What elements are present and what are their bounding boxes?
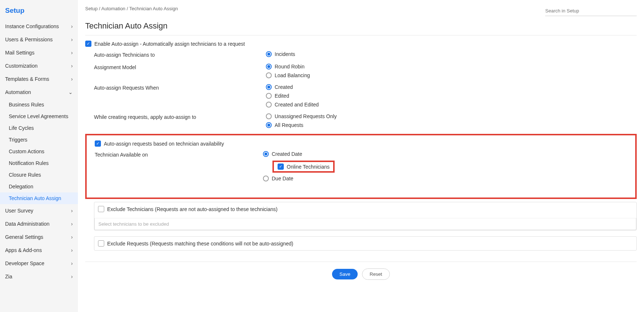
- radio-created-date[interactable]: [263, 151, 269, 157]
- chevron-right-icon: ›: [71, 234, 73, 240]
- radio-created[interactable]: [266, 84, 272, 90]
- opt-label: Unassigned Requests Only: [275, 113, 337, 119]
- exclude-technicians-box: Exclude Technicians (Requests are not au…: [94, 202, 637, 230]
- sidebar-title: Setup: [0, 0, 78, 20]
- enable-auto-assign-label: Enable Auto-assign - Automatically assig…: [94, 41, 245, 47]
- radio-unassigned-only[interactable]: [266, 113, 272, 119]
- nav-general-settings[interactable]: General Settings›: [0, 230, 78, 244]
- nav-instance-configurations[interactable]: Instance Configurations›: [0, 20, 78, 33]
- opt-label: Load Balancing: [275, 72, 310, 78]
- chevron-right-icon: ›: [71, 23, 73, 29]
- scope-label: While creating requests, apply auto-assi…: [94, 113, 266, 128]
- nav-label: Templates & Forms: [5, 76, 49, 82]
- chevron-right-icon: ›: [71, 260, 73, 266]
- nav-mail-settings[interactable]: Mail Settings›: [0, 46, 78, 59]
- opt-label: Created Date: [272, 151, 302, 157]
- exclude-technicians-input[interactable]: Select technicians to be excluded: [94, 218, 636, 230]
- radio-load-balancing[interactable]: [266, 72, 272, 78]
- opt-label: Round Robin: [275, 64, 305, 69]
- radio-round-robin[interactable]: [266, 64, 272, 69]
- nav-label: Users & Permissions: [5, 37, 53, 42]
- nav-label: Developer Space: [5, 260, 44, 266]
- subnav-closure-rules[interactable]: Closure Rules: [0, 169, 78, 181]
- highlight-online-technicians: ✓ Online Technicians: [272, 161, 335, 173]
- opt-label: Incidents: [275, 51, 295, 57]
- nav-templates-forms[interactable]: Templates & Forms›: [0, 72, 78, 86]
- enable-auto-assign-checkbox[interactable]: ✓: [85, 41, 91, 47]
- opt-label: Edited: [275, 93, 289, 99]
- nav-customization[interactable]: Customization›: [0, 59, 78, 72]
- nav-label: General Settings: [5, 234, 43, 240]
- nav-label: Instance Configurations: [5, 23, 59, 29]
- page-title: Technician Auto Assign: [85, 21, 637, 31]
- nav-label: Customization: [5, 63, 38, 69]
- chevron-right-icon: ›: [71, 50, 73, 56]
- availability-label: Auto-assign requests based on technician…: [104, 141, 224, 147]
- when-label: Auto-assign Requests When: [94, 84, 266, 108]
- opt-label: Created: [275, 84, 293, 90]
- subnav-delegation[interactable]: Delegation: [0, 181, 78, 192]
- subnav-notification-rules[interactable]: Notification Rules: [0, 157, 78, 169]
- nav-users-permissions[interactable]: Users & Permissions›: [0, 33, 78, 46]
- chevron-right-icon: ›: [71, 247, 73, 253]
- save-button[interactable]: Save: [332, 269, 358, 279]
- nav-label: Mail Settings: [5, 50, 34, 56]
- opt-label: Created and Edited: [275, 102, 319, 108]
- exclude-requests-label: Exclude Requests (Requests matching thes…: [107, 241, 293, 247]
- subnav-life-cycles[interactable]: Life Cycles: [0, 122, 78, 134]
- chevron-right-icon: ›: [71, 274, 73, 279]
- footer: Save Reset: [85, 262, 637, 287]
- chevron-right-icon: ›: [71, 63, 73, 69]
- nav-label: Zia: [5, 274, 12, 279]
- nav-label: Data Administration: [5, 221, 49, 227]
- exclude-requests-checkbox[interactable]: [98, 240, 104, 247]
- nav-label: Apps & Add-ons: [5, 247, 42, 253]
- reset-button[interactable]: Reset: [362, 268, 390, 280]
- main-content: Setup / Automation / Technician Auto Ass…: [78, 0, 644, 312]
- chevron-right-icon: ›: [71, 221, 73, 227]
- online-technicians-checkbox[interactable]: ✓: [278, 163, 284, 170]
- radio-all-requests[interactable]: [266, 122, 272, 128]
- subnav-sla[interactable]: Service Level Agreements: [0, 110, 78, 122]
- opt-label: Due Date: [272, 176, 293, 181]
- nav-automation[interactable]: Automation⌄: [0, 86, 78, 99]
- availability-checkbox[interactable]: ✓: [95, 140, 101, 147]
- nav-zia[interactable]: Zia›: [0, 270, 78, 283]
- nav-developer-space[interactable]: Developer Space›: [0, 257, 78, 270]
- model-label: Assignment Model: [94, 64, 266, 78]
- radio-edited[interactable]: [266, 93, 272, 99]
- subnav-business-rules[interactable]: Business Rules: [0, 99, 78, 110]
- subnav-custom-actions[interactable]: Custom Actions: [0, 146, 78, 157]
- nav-user-survey[interactable]: User Survey›: [0, 204, 78, 217]
- radio-created-edited[interactable]: [266, 102, 272, 108]
- assign-to-label: Auto-assign Technicians to: [94, 51, 266, 58]
- nav-label: User Survey: [5, 208, 33, 214]
- subnav-triggers[interactable]: Triggers: [0, 134, 78, 146]
- radio-due-date[interactable]: [263, 176, 269, 181]
- online-technicians-label: Online Technicians: [287, 164, 329, 170]
- available-on-label: Technician Available on: [95, 151, 263, 181]
- exclude-technicians-label: Exclude Technicians (Requests are not au…: [107, 206, 278, 212]
- exclude-requests-box: Exclude Requests (Requests matching thes…: [94, 236, 637, 251]
- nav-label: Automation: [5, 89, 31, 95]
- chevron-right-icon: ›: [71, 37, 73, 42]
- exclude-technicians-checkbox[interactable]: [98, 206, 104, 212]
- subnav-technician-auto-assign[interactable]: Technician Auto Assign: [0, 192, 78, 204]
- opt-label: All Requests: [275, 122, 304, 128]
- sidebar: Setup Instance Configurations› Users & P…: [0, 0, 78, 312]
- nav-data-administration[interactable]: Data Administration›: [0, 217, 78, 230]
- nav-apps-addons[interactable]: Apps & Add-ons›: [0, 244, 78, 257]
- chevron-down-icon: ⌄: [68, 89, 73, 95]
- breadcrumb[interactable]: Setup / Automation / Technician Auto Ass…: [85, 6, 178, 11]
- chevron-right-icon: ›: [71, 208, 73, 214]
- chevron-right-icon: ›: [71, 76, 73, 82]
- radio-incidents[interactable]: [266, 51, 272, 57]
- highlight-availability-section: ✓ Auto-assign requests based on technici…: [85, 134, 637, 199]
- search-input[interactable]: [545, 6, 637, 16]
